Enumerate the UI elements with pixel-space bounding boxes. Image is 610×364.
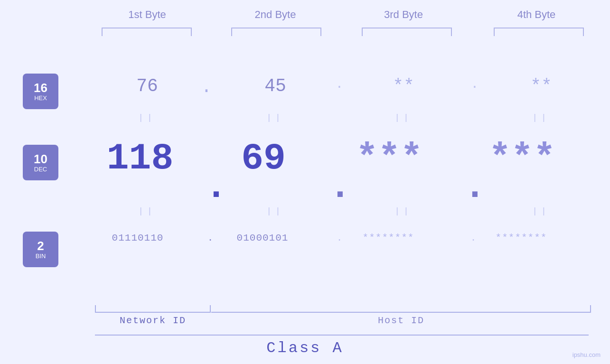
- hex-b4: **: [494, 76, 589, 96]
- eq2-b1: ||: [100, 206, 195, 216]
- dec-b3: ***: [342, 138, 437, 179]
- bin-badge-number: 2: [37, 239, 44, 253]
- dec-b4: ***: [475, 138, 570, 179]
- bin-b1: 01110110: [74, 233, 202, 243]
- dec-b2: 69: [216, 138, 311, 179]
- byte-header-1: 1st Byte: [100, 9, 195, 21]
- byte-header-2: 2nd Byte: [228, 9, 323, 21]
- bin-b4: ********: [474, 233, 569, 243]
- hex-b1: 76: [100, 76, 195, 96]
- dec-b1: 118: [76, 138, 204, 179]
- hex-badge: 16 HEX: [23, 74, 58, 109]
- hex-dot-3: .: [468, 77, 482, 92]
- network-id-bracket: [95, 305, 211, 313]
- dec-badge-number: 10: [34, 152, 47, 166]
- hex-b3: **: [356, 76, 451, 96]
- hex-b2: 45: [228, 76, 323, 96]
- bin-badge-label: BIN: [36, 252, 46, 260]
- eq1-b2: ||: [228, 113, 323, 122]
- hex-dot-1: .: [199, 77, 214, 97]
- main-layout: 1st Byte 2nd Byte 3rd Byte 4th Byte 16 H…: [0, 0, 610, 364]
- eq1-b3: ||: [356, 113, 451, 122]
- eq2-b2: ||: [228, 206, 323, 216]
- byte-header-4: 4th Byte: [489, 9, 584, 21]
- network-id-label: Network ID: [95, 315, 211, 326]
- host-id-bracket: [211, 305, 591, 313]
- top-bracket-4: [494, 28, 584, 36]
- top-bracket-1: [102, 28, 192, 36]
- hex-badge-number: 16: [34, 81, 47, 95]
- dec-badge-label: DEC: [34, 166, 47, 173]
- hex-dot-2: .: [332, 77, 347, 92]
- eq1-b1: ||: [100, 113, 195, 122]
- top-bracket-3: [362, 28, 452, 36]
- host-id-label: Host ID: [211, 315, 591, 326]
- eq1-b4: ||: [494, 113, 589, 122]
- top-bracket-2: [231, 28, 321, 36]
- bin-b3: ********: [341, 233, 436, 243]
- eq2-b3: ||: [356, 206, 451, 216]
- class-a-label: Class A: [0, 339, 610, 357]
- eq2-b4: ||: [494, 206, 589, 216]
- byte-header-3: 3rd Byte: [356, 9, 451, 21]
- bin-badge: 2 BIN: [23, 232, 58, 267]
- class-line: [95, 335, 589, 336]
- hex-badge-label: HEX: [34, 94, 47, 102]
- dec-badge: 10 DEC: [23, 145, 58, 180]
- bin-b2: 01000101: [215, 233, 310, 243]
- watermark: ipshu.com: [572, 351, 601, 358]
